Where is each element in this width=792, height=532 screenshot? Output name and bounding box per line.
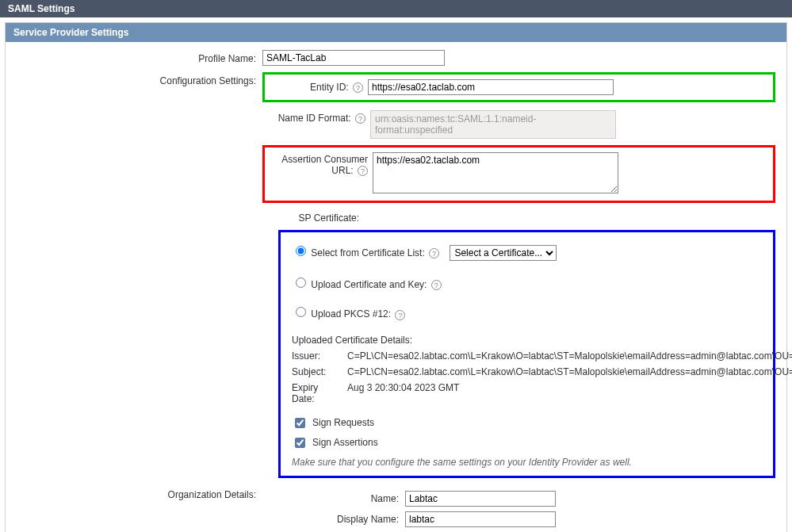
- acs-url-box: Assertion Consumer URL: ?: [262, 145, 775, 203]
- section-title: Service Provider Settings: [13, 27, 128, 38]
- cert-expiry-label: Expiry Date:: [292, 382, 339, 404]
- name-id-format-value: urn:oasis:names:tc:SAML:1.1:nameid-forma…: [370, 110, 616, 139]
- org-name-row: Name:: [262, 491, 775, 507]
- entity-id-input[interactable]: [368, 79, 614, 95]
- sign-requests-row: Sign Requests: [292, 415, 762, 431]
- section-header: Service Provider Settings: [6, 23, 786, 42]
- sign-note: Make sure that you configure the same se…: [292, 457, 762, 468]
- cert-option-upload: Upload Certificate and Key: ?: [292, 275, 762, 290]
- profile-name-label: Profile Name:: [17, 50, 262, 64]
- help-icon[interactable]: ?: [429, 248, 439, 258]
- cert-radio-pkcs[interactable]: [296, 307, 306, 317]
- org-display-label: Display Name:: [262, 511, 405, 525]
- help-icon[interactable]: ?: [355, 113, 365, 124]
- org-name-label: Name:: [262, 491, 405, 504]
- page-title-bar: SAML Settings: [0, 0, 792, 17]
- acs-url-input[interactable]: [373, 152, 618, 193]
- entity-id-label: Entity ID:: [310, 82, 349, 93]
- cert-option-pkcs: Upload PKCS #12: ?: [292, 304, 762, 320]
- config-settings-label: Configuration Settings:: [17, 72, 262, 86]
- profile-name-row: Profile Name:: [17, 50, 775, 66]
- help-icon[interactable]: ?: [395, 310, 405, 320]
- entity-id-box: Entity ID: ?: [262, 72, 775, 102]
- profile-name-input[interactable]: [262, 50, 445, 66]
- org-display-row: Display Name:: [262, 511, 775, 527]
- cert-opt-label-select: Select from Certificate List:: [311, 247, 424, 258]
- name-id-format-label: Name ID Format:: [278, 113, 351, 124]
- cert-issuer-label: Issuer:: [292, 350, 339, 362]
- cert-opt-label-upload: Upload Certificate and Key:: [311, 279, 427, 290]
- acs-url-label: Assertion Consumer URL:: [281, 154, 368, 176]
- cert-option-select-list: Select from Certificate List: ? Select a…: [292, 243, 762, 261]
- help-icon[interactable]: ?: [431, 280, 442, 290]
- sign-assertions-label: Sign Assertions: [312, 437, 378, 448]
- sp-certificate-row: SP Certificate:: [17, 209, 775, 224]
- org-details-label: Organization Details:: [17, 486, 262, 500]
- cert-radio-select-list[interactable]: [296, 246, 306, 256]
- org-display-input[interactable]: [405, 511, 556, 527]
- org-details-row: Organization Details: Name: Display Name…: [17, 486, 775, 532]
- cert-radio-upload[interactable]: [296, 277, 306, 288]
- cert-details-title: Uploaded Certificate Details:: [292, 335, 762, 346]
- sign-requests-checkbox[interactable]: [295, 418, 305, 428]
- cert-subject-value: C=PL\CN=esa02.labtac.com\L=Krakow\O=labt…: [347, 366, 792, 377]
- config-settings-row: Configuration Settings: Entity ID: ?: [17, 72, 775, 203]
- sp-certificate-label: SP Certificate:: [17, 209, 365, 224]
- cert-select-dropdown[interactable]: Select a Certificate...: [450, 245, 557, 261]
- help-icon[interactable]: ?: [353, 82, 363, 93]
- cert-issuer-value: C=PL\CN=esa02.labtac.com\L=Krakow\O=labt…: [347, 350, 792, 362]
- sign-assertions-checkbox[interactable]: [295, 438, 305, 448]
- page-title: SAML Settings: [8, 3, 75, 14]
- cert-detail-table: Issuer: C=PL\CN=esa02.labtac.com\L=Krako…: [292, 350, 704, 404]
- sign-requests-label: Sign Requests: [312, 417, 374, 428]
- form-area: Profile Name: Configuration Settings: En…: [6, 42, 786, 532]
- sign-assertions-row: Sign Assertions: [292, 435, 762, 450]
- cert-expiry-value: Aug 3 20:30:04 2023 GMT: [347, 382, 792, 404]
- cert-subject-label: Subject:: [292, 366, 339, 377]
- sp-certificate-box: Select from Certificate List: ? Select a…: [278, 230, 775, 478]
- org-name-input[interactable]: [405, 491, 556, 507]
- help-icon[interactable]: ?: [358, 166, 368, 176]
- cert-opt-label-pkcs: Upload PKCS #12:: [311, 308, 391, 320]
- settings-panel: Service Provider Settings Profile Name: …: [5, 22, 787, 532]
